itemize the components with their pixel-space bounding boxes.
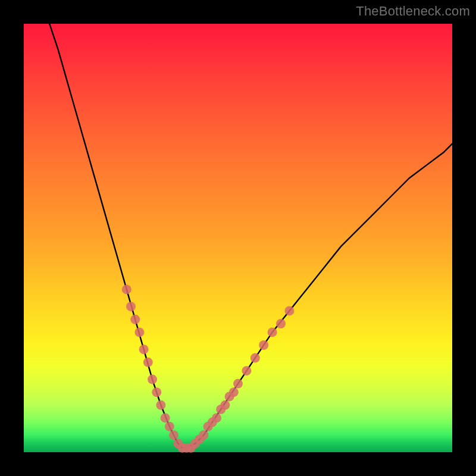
data-marker (139, 345, 149, 354)
data-marker (220, 400, 230, 410)
data-marker (130, 315, 140, 324)
data-marker (148, 375, 157, 384)
data-marker (199, 430, 208, 440)
curve-svg (24, 24, 452, 452)
data-marker (268, 327, 277, 337)
data-marker (169, 430, 178, 440)
data-marker (233, 379, 243, 389)
data-marker (242, 366, 251, 375)
data-marker (143, 358, 153, 367)
watermark-text: TheBottleneck.com (356, 4, 470, 19)
data-marker (284, 306, 294, 315)
data-marker (134, 327, 144, 337)
plot-area (24, 24, 452, 452)
data-marker (229, 387, 239, 397)
data-marker (259, 340, 268, 350)
data-marker (152, 387, 161, 397)
data-marker (212, 413, 221, 422)
data-marker (122, 284, 131, 294)
bottleneck-curve (49, 24, 452, 448)
data-marker (276, 319, 286, 328)
data-marker (161, 413, 170, 422)
data-marker (126, 302, 136, 311)
data-marker (165, 422, 174, 431)
curve-layer (49, 24, 452, 448)
chart-frame: TheBottleneck.com (0, 0, 476, 476)
data-marker (156, 400, 165, 410)
data-marker (250, 353, 260, 363)
marker-layer (122, 284, 295, 452)
